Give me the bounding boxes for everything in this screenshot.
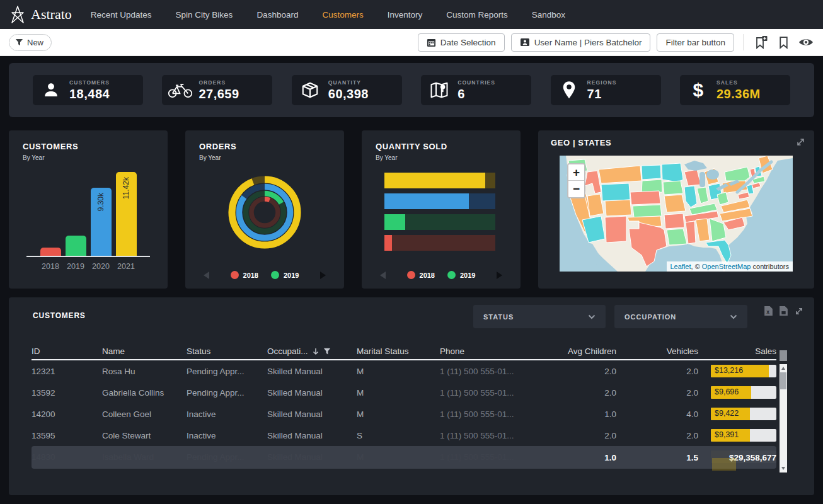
usa-states-map[interactable]: + − Leaflet, © OpenStreetMap contributor… <box>560 156 793 272</box>
kpi-text: SALES29.36M <box>717 79 761 101</box>
map-canvas <box>560 156 793 272</box>
legend-item-2018[interactable]: 2018 <box>407 271 435 279</box>
export-excel-icon[interactable]: x <box>764 306 773 316</box>
x-tick-2019: 2019 <box>66 262 86 271</box>
hbar-2019[interactable] <box>384 214 495 230</box>
column-header-status[interactable]: Status <box>187 346 267 356</box>
legend-prev-icon[interactable] <box>380 272 386 279</box>
table-row[interactable]: 13595Cole StewartInactiveSkilled ManualS… <box>32 425 776 446</box>
kpi-card-quantity: QUANTITY60,398 <box>292 75 402 105</box>
column-header-name[interactable]: Name <box>102 346 187 356</box>
attr-rest: contributors <box>751 263 789 270</box>
column-header-sales[interactable]: Sales <box>698 346 776 356</box>
astrato-logo[interactable]: Astrato <box>10 5 72 24</box>
table-row[interactable]: 12321Rosa HuPending Appr...Skilled Manua… <box>32 360 776 382</box>
kpi-label: ORDERS <box>199 79 239 86</box>
eye-icon[interactable] <box>798 34 814 50</box>
filter-toolbar: New Date Selection User Name | Piers Bat… <box>0 29 823 56</box>
column-header-phone[interactable]: Phone <box>440 346 547 356</box>
date-selection-button[interactable]: Date Selection <box>418 33 505 52</box>
filter-bar-button[interactable]: Filter bar button <box>657 33 734 52</box>
bar-value-label: 11.42k <box>122 177 130 199</box>
sales-value: $13,216 <box>715 366 743 375</box>
panel-quantity-chart: QUANTITY SOLD By Year 20182019 <box>362 130 521 289</box>
legend-dot <box>407 271 415 279</box>
cell-phone: 1 (11) 500 555-01... <box>440 431 547 440</box>
hbar-2018[interactable] <box>384 235 495 251</box>
ghost-sales-bar <box>712 458 736 471</box>
quantity-legend: 20182019 <box>362 271 521 279</box>
table-scrollbar-header-segment[interactable] <box>780 350 787 361</box>
nav-item-inventory[interactable]: Inventory <box>388 10 423 20</box>
sales-value: $9,422 <box>715 409 739 418</box>
legend-label: 2018 <box>420 272 435 279</box>
bookmark-icon[interactable] <box>775 34 791 50</box>
user-icon <box>33 82 69 98</box>
logo-text: Astrato <box>31 6 72 23</box>
legend-next-icon[interactable] <box>320 272 326 279</box>
column-header-vehicles[interactable]: Vehicles <box>616 346 698 356</box>
legend-label: 2019 <box>460 272 475 279</box>
zoom-in-button[interactable]: + <box>568 164 584 181</box>
cell-phone: 1 (11) 500 555-01... <box>440 410 547 419</box>
kpi-card-countries: COUNTRIES6 <box>421 75 531 105</box>
bookmark-add-icon[interactable] <box>752 34 769 50</box>
cell-occupation: Skilled Manual <box>267 431 357 440</box>
legend-item-2018[interactable]: 2018 <box>231 271 258 279</box>
zoom-out-button[interactable]: − <box>568 181 584 197</box>
nav-item-recent-updates[interactable]: Recent Updates <box>91 10 152 20</box>
quantity-hbar-chart[interactable] <box>384 173 495 251</box>
orders-donut-chart[interactable] <box>217 165 312 260</box>
table-row[interactable]: 14200Colleen GoelInactiveSkilled ManualM… <box>32 403 776 425</box>
osm-link[interactable]: OpenStreetMap <box>702 263 751 270</box>
date-selection-label: Date Selection <box>440 38 496 47</box>
bar-2021[interactable]: 11.42k <box>116 172 137 256</box>
column-header-marital-status[interactable]: Marital Status <box>357 346 440 356</box>
map-zoom-control: + − <box>567 163 585 198</box>
nav-item-dashboard[interactable]: Dashboard <box>256 10 298 20</box>
kpi-value: 27,659 <box>199 87 239 101</box>
map-icon <box>421 81 458 99</box>
bar-value-label: 9.30k <box>96 193 105 211</box>
bar-2020[interactable]: 9.30k <box>91 188 112 256</box>
legend-dot <box>231 271 239 279</box>
scrollbar-thumb[interactable] <box>780 372 786 389</box>
expand-icon[interactable] <box>794 306 804 316</box>
bar-2019[interactable] <box>66 236 86 256</box>
main-nav: Recent UpdatesSpin City BikesDashboardCu… <box>91 10 565 20</box>
table-scrollbar[interactable] <box>780 364 787 472</box>
cell-vehicles: 2.0 <box>616 431 698 440</box>
kpi-value: 6 <box>458 87 495 101</box>
column-header-avg-children[interactable]: Avg Children <box>547 346 616 356</box>
bar-2018[interactable] <box>40 248 61 256</box>
status-filter-dropdown[interactable]: STATUS <box>473 305 606 328</box>
table-row[interactable]: 13592Gabriella CollinsPending Appr...Ski… <box>32 382 776 403</box>
x-tick-2020: 2020 <box>91 262 112 271</box>
occupation-filter-dropdown[interactable]: OCCUPATION <box>614 305 747 328</box>
new-filter-button[interactable]: New <box>9 34 52 51</box>
legend-item-2019[interactable]: 2019 <box>447 271 475 279</box>
cell-vehicles: 2.0 <box>616 367 698 376</box>
leaflet-link[interactable]: Leaflet <box>670 263 691 270</box>
nav-item-customers[interactable]: Customers <box>322 10 363 20</box>
hbar-2021[interactable] <box>384 173 495 188</box>
scroll-down-icon[interactable] <box>781 467 785 470</box>
nav-item-sandbox[interactable]: Sandbox <box>532 10 565 20</box>
nav-item-spin-city-bikes[interactable]: Spin City Bikes <box>176 10 233 20</box>
legend-item-2019[interactable]: 2019 <box>271 271 299 279</box>
legend-prev-icon[interactable] <box>204 272 209 279</box>
cell-sales: $9,696 <box>698 386 776 399</box>
scroll-up-icon[interactable] <box>781 367 785 370</box>
user-name-button[interactable]: User Name | Piers Batchelor <box>511 33 651 52</box>
column-header-occupati[interactable]: Occupati... <box>267 346 357 356</box>
bar-x-axis: 2018201920202021 <box>23 262 154 271</box>
hbar-2020[interactable] <box>384 193 495 209</box>
expand-icon[interactable] <box>795 137 806 150</box>
customers-bar-chart[interactable]: 9.30k11.42k <box>26 170 150 257</box>
astrato-logo-icon <box>10 5 25 24</box>
pin-icon <box>551 81 587 100</box>
nav-item-custom-reports[interactable]: Custom Reports <box>446 10 508 20</box>
legend-next-icon[interactable] <box>497 272 502 279</box>
export-file-icon[interactable] <box>779 306 788 316</box>
column-header-id[interactable]: ID <box>32 346 102 356</box>
